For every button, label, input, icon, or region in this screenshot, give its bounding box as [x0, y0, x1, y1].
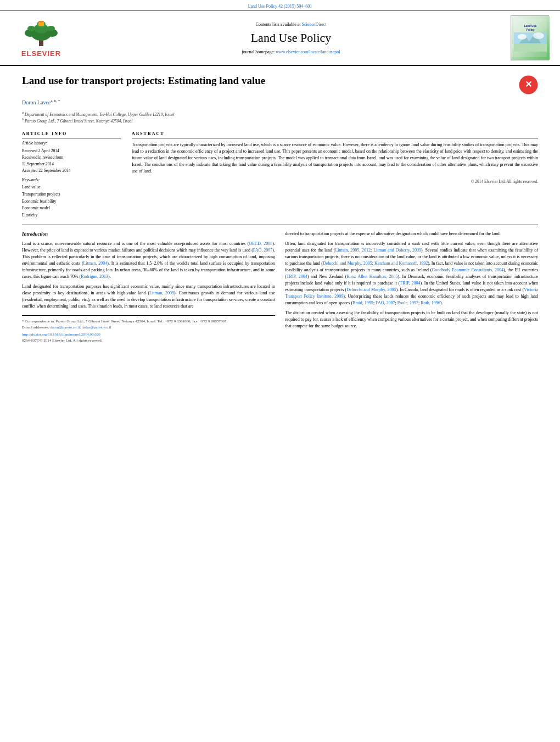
body-columns: Introduction Land is a scarce, non-renew…	[22, 231, 538, 344]
ref-ketcham[interactable]: Ketcham and Komanoff, 1992	[374, 261, 428, 266]
journal-ref-bar: Land Use Policy 42 (2015) 594–601	[0, 0, 560, 11]
crossmark-icon: ✕	[519, 75, 538, 94]
svg-point-7	[47, 26, 55, 31]
svg-text:✕: ✕	[525, 80, 532, 89]
svg-rect-8	[38, 22, 44, 26]
article-history-label: Article history:	[22, 141, 121, 147]
keywords-list: Land value Transportation projects Econo…	[22, 184, 121, 219]
journal-homepage: journal homepage: www.elsevier.com/locat…	[77, 49, 505, 55]
keywords-header: Keywords:	[22, 177, 121, 183]
body-col-right: directed to transportation projects at t…	[285, 231, 538, 344]
elsevier-logo: ELSEVIER	[11, 18, 71, 59]
intro-cont-para: directed to transportation projects at t…	[285, 231, 538, 237]
copyright: © 2014 Elsevier Ltd. All rights reserved…	[132, 179, 538, 185]
intro-para-4: The distortion created when assessing th…	[285, 310, 538, 330]
doi-link[interactable]: http://dx.doi.org/10.1016/j.landusepol.2…	[22, 332, 100, 337]
svg-point-6	[27, 26, 35, 31]
elsevier-brand: ELSEVIER	[21, 49, 61, 59]
info-abstract-row: ARTICLE INFO Article history: Received 2…	[22, 131, 538, 219]
ref-rodrigue2013[interactable]: Rodrigue, 2013	[81, 274, 108, 279]
ref-delucchi[interactable]: Delucchi and Murphy, 2005	[323, 261, 372, 266]
article-info-col: ARTICLE INFO Article history: Received 2…	[22, 131, 121, 219]
introduction-heading: Introduction	[22, 231, 275, 238]
ref-booz[interactable]: Booz Allen Hamilton, 2005	[346, 274, 397, 279]
science-direct-line: Contents lists available at ScienceDirec…	[77, 21, 505, 27]
issn-line: 0264-8377/© 2014 Elsevier Ltd. All right…	[22, 338, 275, 344]
abstract-text: Transportation projects are typically ch…	[132, 142, 538, 175]
journal-header: ELSEVIER Contents lists available at Sci…	[0, 11, 560, 66]
content-area: Land use for transport projects: Estimat…	[0, 66, 560, 352]
ref-litman2005a[interactable]: Litman, 2005	[149, 291, 174, 295]
ref-poole[interactable]: Poole, 1997	[397, 300, 418, 305]
svg-rect-9	[40, 21, 43, 23]
journal-header-center: Contents lists available at ScienceDirec…	[71, 21, 511, 55]
ref-litman-doherty[interactable]: Litman and Doherty, 2009	[373, 248, 421, 253]
email-link[interactable]: daron@pareto.co.il	[50, 325, 80, 330]
journal-title: Land Use Policy	[77, 30, 505, 47]
ref-litman2004[interactable]: Litman, 2004	[83, 261, 108, 266]
article-info-header: ARTICLE INFO	[22, 131, 121, 138]
ref-braid[interactable]: Braid, 1995	[352, 300, 373, 305]
article-dates: Received 2 April 2014 Received in revise…	[22, 148, 121, 174]
svg-point-15	[533, 32, 544, 39]
author-line: Doron Laveea, b, *	[22, 99, 538, 107]
email-label: E-mail addresses:	[22, 325, 50, 330]
intro-para-1: Land is a scarce, non-renewable natural …	[22, 241, 275, 280]
doi-line: http://dx.doi.org/10.1016/j.landusepol.2…	[22, 332, 275, 338]
ref-vtpi[interactable]: Victoria Transport Policy Institute, 200…	[285, 287, 538, 299]
intro-para-2: Land designated for transportation purpo…	[22, 283, 275, 310]
author-name[interactable]: Doron Lavee	[22, 100, 51, 106]
page: Land Use Policy 42 (2015) 594–601	[0, 0, 560, 742]
svg-rect-13	[514, 32, 547, 43]
svg-marker-11	[519, 35, 530, 43]
article-title-row: Land use for transport projects: Estimat…	[22, 74, 538, 94]
journal-ref: Land Use Policy 42 (2015) 594–601	[248, 4, 312, 9]
ref-oecd2008[interactable]: OECD, 2008	[249, 241, 272, 246]
affiliations: a Department of Economics and Management…	[22, 110, 538, 125]
thumb-art	[514, 32, 547, 52]
body-col-left: Introduction Land is a scarce, non-renew…	[22, 231, 275, 344]
footnote-email: E-mail addresses: daron@pareto.co.il, ha…	[22, 325, 275, 331]
ref-delucchi2[interactable]: Delucchi and Murphy, 2005	[346, 287, 396, 292]
science-direct-link[interactable]: ScienceDirect	[302, 22, 327, 27]
keywords-section: Keywords: Land value Transportation proj…	[22, 177, 121, 219]
ref-roth[interactable]: Roth, 1996	[421, 300, 440, 305]
ref-fao2007b[interactable]: FAO, 2007	[376, 300, 395, 305]
journal-thumbnail: Land UsePolicy	[511, 15, 549, 60]
author-superscript: a, b, *	[51, 99, 60, 103]
affiliation-a: Department of Economics and Management, …	[25, 111, 175, 116]
ref-fao2007[interactable]: FAO, 2007	[253, 248, 273, 253]
article-title: Land use for transport projects: Estimat…	[22, 74, 265, 88]
ref-trip-dk[interactable]: TRIP, 2004	[400, 281, 420, 286]
section-divider	[22, 225, 538, 225]
thumb-label: Land UsePolicy	[524, 24, 537, 31]
abstract-section: ABSTRACT Transportation projects are typ…	[132, 131, 538, 219]
affiliation-b: Pareto Group Ltd., 7 Giborei Israel Stre…	[25, 119, 133, 124]
email-link2[interactable]: hadas@pareto.co.il	[82, 325, 111, 330]
svg-marker-12	[528, 34, 541, 43]
ref-trip-eu[interactable]: TRIP, 2004	[287, 274, 307, 279]
ref-goodbody[interactable]: Goodbody Economic Consultants, 2004	[432, 267, 503, 272]
elsevier-tree-icon	[19, 18, 63, 48]
intro-para-3: Often, land designated for transportatio…	[285, 241, 538, 306]
svg-point-14	[518, 34, 527, 40]
ref-litman2005b[interactable]: Litman, 2005, 2012	[335, 248, 371, 253]
footnote-area: * Correspondence to: Pareto Group Ltd., …	[22, 315, 275, 343]
abstract-header: ABSTRACT	[132, 131, 538, 138]
svg-rect-10	[514, 43, 547, 52]
homepage-url[interactable]: www.elsevier.com/locate/landusepol	[276, 49, 340, 54]
footnote-correspondence: * Correspondence to: Pareto Group Ltd., …	[22, 319, 275, 325]
